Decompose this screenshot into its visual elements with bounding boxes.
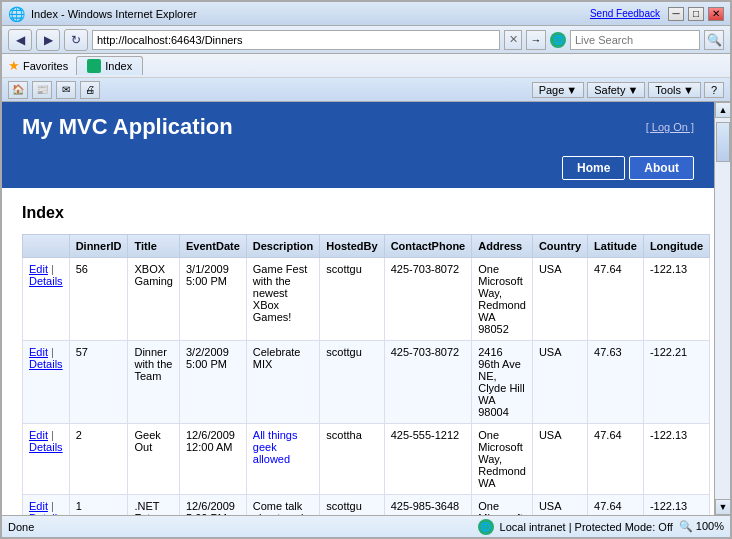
- col-eventdate: EventDate: [180, 235, 247, 258]
- safety-dropdown-icon: ▼: [627, 84, 638, 96]
- row-actions: Edit | Details: [23, 424, 70, 495]
- tab-label: Index: [105, 60, 132, 72]
- details-link[interactable]: Details: [29, 275, 63, 287]
- toolbar: ◀ ▶ ↻ ✕ → 🌐 🔍: [2, 26, 730, 54]
- page-dropdown-icon: ▼: [566, 84, 577, 96]
- favorites-button[interactable]: ★ Favorites: [8, 58, 68, 73]
- row-description: Game Fest with the newest XBox Games!: [246, 258, 320, 341]
- nav-bar: 🏠 📰 ✉ 🖨 Page ▼ Safety ▼ Tools ▼ ?: [2, 78, 730, 102]
- row-address: One Microsoft Way, Redmond WA 98052: [472, 258, 533, 341]
- refresh-button[interactable]: ↻: [64, 29, 88, 51]
- row-longitude: -122.13: [643, 495, 709, 516]
- row-description: Celebrate MIX: [246, 341, 320, 424]
- col-latitude: Latitude: [588, 235, 644, 258]
- go-button[interactable]: →: [526, 30, 546, 50]
- restore-button[interactable]: □: [688, 7, 704, 21]
- row-dinnerid: 2: [69, 424, 128, 495]
- live-icon: 🌐: [550, 32, 566, 48]
- page-header: My MVC Application [ Log On ]: [2, 102, 714, 152]
- forward-button[interactable]: ▶: [36, 29, 60, 51]
- minimize-button[interactable]: ─: [668, 7, 684, 21]
- index-tab[interactable]: Index: [76, 56, 143, 75]
- tools-dropdown-icon: ▼: [683, 84, 694, 96]
- row-address: One Microsoft Way, Redmond WA: [472, 424, 533, 495]
- mail-button[interactable]: ✉: [56, 81, 76, 99]
- table-header-row: DinnerID Title EventDate Description Hos…: [23, 235, 710, 258]
- row-contactphone: 425-985-3648: [384, 495, 472, 516]
- col-description: Description: [246, 235, 320, 258]
- row-description: All things geek allowed: [246, 424, 320, 495]
- feeds-button[interactable]: 📰: [32, 81, 52, 99]
- col-dinnerid: DinnerID: [69, 235, 128, 258]
- address-bar[interactable]: [92, 30, 500, 50]
- home-nav-button[interactable]: 🏠: [8, 81, 28, 99]
- send-feedback-link[interactable]: Send Feedback: [590, 8, 660, 19]
- row-longitude: -122.21: [643, 341, 709, 424]
- scroll-down-button[interactable]: ▼: [715, 499, 730, 515]
- edit-link[interactable]: Edit: [29, 429, 48, 441]
- table-row: Edit | Details 57 Dinner with the Team 3…: [23, 341, 710, 424]
- scroll-thumb[interactable]: [716, 122, 730, 162]
- zone-text: Local intranet | Protected Mode: Off: [500, 521, 673, 533]
- row-actions: Edit | Details: [23, 258, 70, 341]
- row-country: USA: [532, 258, 587, 341]
- row-dinnerid: 56: [69, 258, 128, 341]
- col-hostedby: HostedBy: [320, 235, 384, 258]
- row-hostedby: scottha: [320, 424, 384, 495]
- status-text: Done: [8, 521, 34, 533]
- tools-label: Tools: [655, 84, 681, 96]
- home-button[interactable]: Home: [562, 156, 625, 180]
- separator: |: [51, 429, 54, 441]
- status-bar: Done 🌐 Local intranet | Protected Mode: …: [2, 515, 730, 537]
- scroll-up-button[interactable]: ▲: [715, 102, 730, 118]
- row-address: 2416 96th Ave NE, Clyde Hill WA 98004: [472, 341, 533, 424]
- tab-favicon: [87, 59, 101, 73]
- details-link[interactable]: Details: [29, 441, 63, 453]
- row-eventdate: 3/2/2009 5:00 PM: [180, 341, 247, 424]
- back-button[interactable]: ◀: [8, 29, 32, 51]
- row-latitude: 47.64: [588, 495, 644, 516]
- favorites-label: Favorites: [23, 60, 68, 72]
- edit-link[interactable]: Edit: [29, 500, 48, 512]
- row-dinnerid: 57: [69, 341, 128, 424]
- search-input[interactable]: [570, 30, 700, 50]
- dinners-table: DinnerID Title EventDate Description Hos…: [22, 234, 710, 515]
- row-latitude: 47.64: [588, 258, 644, 341]
- separator: |: [51, 500, 54, 512]
- edit-link[interactable]: Edit: [29, 263, 48, 275]
- row-country: USA: [532, 424, 587, 495]
- row-description: Come talk about cool things coming with …: [246, 495, 320, 516]
- about-button[interactable]: About: [629, 156, 694, 180]
- stop-button[interactable]: ✕: [504, 30, 522, 50]
- edit-link[interactable]: Edit: [29, 346, 48, 358]
- scroll-track[interactable]: [715, 118, 730, 499]
- log-on-link[interactable]: [ Log On ]: [646, 121, 694, 133]
- table-row: Edit | Details 1 .NET Futures 12/6/2009 …: [23, 495, 710, 516]
- row-longitude: -122.13: [643, 424, 709, 495]
- separator: |: [51, 263, 54, 275]
- vertical-scrollbar[interactable]: ▲ ▼: [714, 102, 730, 515]
- row-eventdate: 12/6/2009 5:00 PM: [180, 495, 247, 516]
- col-contactphone: ContactPhone: [384, 235, 472, 258]
- tab-bar: Index: [76, 56, 143, 75]
- row-title: .NET Futures: [128, 495, 180, 516]
- row-actions: Edit | Details: [23, 341, 70, 424]
- row-hostedby: scottgu: [320, 258, 384, 341]
- safety-label: Safety: [594, 84, 625, 96]
- help-button[interactable]: ?: [704, 82, 724, 98]
- page-menu-button[interactable]: Page ▼: [532, 82, 585, 98]
- row-contactphone: 425-555-1212: [384, 424, 472, 495]
- row-latitude: 47.63: [588, 341, 644, 424]
- close-button[interactable]: ✕: [708, 7, 724, 21]
- safety-menu-button[interactable]: Safety ▼: [587, 82, 645, 98]
- print-button[interactable]: 🖨: [80, 81, 100, 99]
- row-address: One Microsoft Way, Redmond WA: [472, 495, 533, 516]
- row-title: Geek Out: [128, 424, 180, 495]
- col-title: Title: [128, 235, 180, 258]
- tools-menu-button[interactable]: Tools ▼: [648, 82, 701, 98]
- row-dinnerid: 1: [69, 495, 128, 516]
- content-area: My MVC Application [ Log On ] Home About…: [2, 102, 730, 515]
- details-link[interactable]: Details: [29, 358, 63, 370]
- col-address: Address: [472, 235, 533, 258]
- search-button[interactable]: 🔍: [704, 30, 724, 50]
